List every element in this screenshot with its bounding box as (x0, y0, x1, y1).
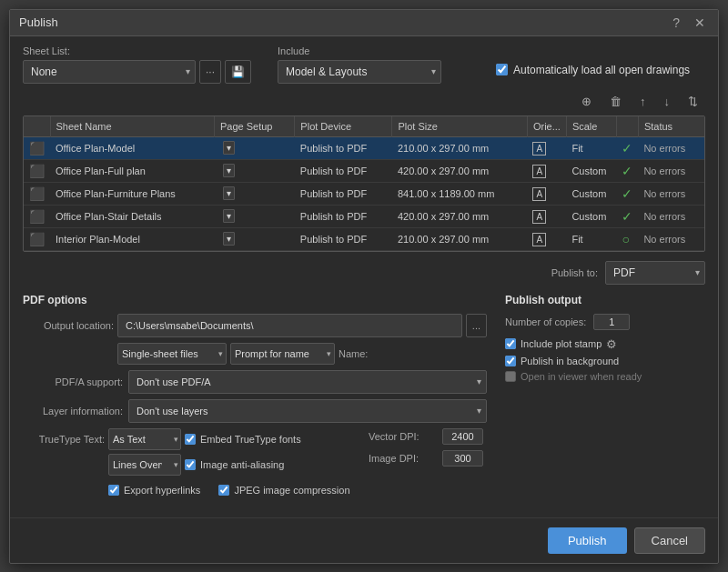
image-antialiasing-option: Image anti-aliasing (185, 459, 284, 470)
add-sheet-button[interactable]: ⊕ (574, 91, 599, 112)
lines-overwrite-dropdown[interactable]: Lines Overwrite Lines Merge (108, 454, 181, 476)
row-status: No errors (638, 182, 704, 205)
include-plot-stamp-label: Include plot stamp (521, 338, 602, 349)
truetype-row: TrueType Text: As Text Capture as Geomet… (23, 428, 487, 481)
publish-background-checkbox[interactable] (505, 356, 516, 366)
embed-truetype-checkbox[interactable] (185, 434, 196, 445)
row-orientation: A (527, 182, 566, 205)
truetype-dropdown-wrapper: As Text Capture as Geometry ▾ (108, 428, 181, 450)
copies-input[interactable] (593, 314, 630, 330)
publish-output-title: Publish output (505, 294, 705, 306)
help-button[interactable]: ? (669, 15, 683, 30)
output-location-row: Output location: ... (23, 314, 487, 337)
move-button[interactable]: ⇅ (681, 91, 705, 112)
table-row[interactable]: ⬛ Office Plan-Stair Details ▾ Publish to… (24, 205, 704, 227)
row-scale: Custom (566, 182, 616, 205)
row-page-setup-dropdown[interactable]: ▾ (223, 141, 235, 155)
open-in-viewer-label: Open in viewer when ready (521, 371, 642, 382)
output-location-input[interactable] (117, 314, 462, 337)
export-hyperlinks-checkbox[interactable] (108, 485, 119, 496)
auto-load-checkbox[interactable] (496, 64, 508, 75)
table-body: ⬛ Office Plan-Model ▾ Publish to PDF 210… (24, 136, 704, 250)
sheet-list-dropdown[interactable]: None (23, 60, 196, 84)
row-page-setup-dropdown[interactable]: ▾ (223, 209, 235, 223)
sheet-list-save-button[interactable]: 💾 (225, 60, 251, 84)
sheet-list-options-button[interactable]: ··· (199, 60, 221, 84)
publish-to-row: Publish to: PDF DWF DWFx Plotter named i… (23, 261, 705, 285)
truetype-dropdown[interactable]: As Text Capture as Geometry (108, 428, 181, 450)
sheet-table: Sheet Name Page Setup Plot Device Plot S… (24, 116, 704, 251)
pdfa-dropdown-wrapper: Don't use PDF/A PDF/A-1b PDF/A-2b ▾ (128, 370, 487, 394)
truetype-label: TrueType Text: (23, 434, 105, 445)
publish-dialog: Publish ? ✕ Sheet List: None ▾ ··· (9, 9, 719, 564)
lines-overwrite-row: Lines Overwrite Lines Merge ▾ Image anti… (23, 454, 359, 476)
row-page-setup: ▾ (214, 205, 294, 227)
include-plot-stamp-checkbox[interactable] (505, 338, 516, 349)
row-scale: Custom (566, 205, 616, 227)
table-row[interactable]: ⬛ Interior Plan-Model ▾ Publish to PDF 2… (24, 227, 704, 250)
publish-to-label: Publish to: (551, 267, 598, 278)
include-plot-stamp-row: Include plot stamp ⚙ (505, 337, 705, 351)
open-in-viewer-row: Open in viewer when ready (505, 371, 705, 382)
layer-info-row: Layer information: Don't use layers Incl… (23, 399, 487, 423)
include-dropdown[interactable]: Model & Layouts Layouts only Model only (278, 60, 441, 84)
dialog-footer: Publish Cancel (10, 517, 718, 563)
table-row[interactable]: ⬛ Office Plan-Model ▾ Publish to PDF 210… (24, 136, 704, 159)
delete-sheet-button[interactable]: 🗑 (602, 91, 629, 112)
vector-dpi-label: Vector DPI: (369, 431, 437, 442)
open-in-viewer-checkbox[interactable] (505, 371, 516, 382)
row-sheet-name: Office Plan-Stair Details (50, 205, 214, 227)
truetype-text-row: TrueType Text: As Text Capture as Geomet… (23, 428, 359, 450)
row-plot-device: Publish to PDF (295, 159, 392, 182)
file-type-dropdown-wrapper: Single-sheet files Multi-sheet file ▾ (117, 343, 227, 365)
row-page-setup-dropdown[interactable]: ▾ (223, 232, 235, 246)
layer-info-label: Layer information: (23, 406, 123, 416)
export-row: Export hyperlinks JPEG image compression (23, 485, 487, 496)
layer-info-dropdown[interactable]: Don't use layers Include layer informati… (128, 399, 487, 423)
table-row[interactable]: ⬛ Office Plan-Full plan ▾ Publish to PDF… (24, 159, 704, 182)
row-orientation: A (527, 159, 566, 182)
pdfa-dropdown[interactable]: Don't use PDF/A PDF/A-1b PDF/A-2b (128, 370, 487, 394)
title-bar-icons: ? ✕ (669, 15, 709, 30)
row-page-setup-dropdown[interactable]: ▾ (223, 186, 235, 200)
image-dpi-row: Image DPI: 300 (369, 450, 487, 467)
publish-to-dropdown[interactable]: PDF DWF DWFx Plotter named in page setup (605, 261, 705, 285)
image-antialiasing-checkbox[interactable] (185, 459, 196, 470)
include-dropdown-wrapper: Model & Layouts Layouts only Model only … (278, 60, 441, 84)
close-button[interactable]: ✕ (691, 15, 709, 30)
image-dpi-value: 300 (442, 450, 483, 467)
row-status-icon: ✓ (616, 136, 638, 159)
row-scale: Fit (566, 227, 616, 250)
file-type-dropdown[interactable]: Single-sheet files Multi-sheet file (117, 343, 227, 365)
row-plot-device: Publish to PDF (295, 136, 392, 159)
row-sheet-name: Office Plan-Furniture Plans (50, 182, 214, 205)
row-status-icon: ○ (616, 227, 638, 250)
sheet-list-label: Sheet List: (23, 45, 259, 56)
move-down-button[interactable]: ↓ (657, 91, 678, 112)
table-row[interactable]: ⬛ Office Plan-Furniture Plans ▾ Publish … (24, 182, 704, 205)
publish-background-row: Publish in background (505, 356, 705, 366)
row-page-setup-dropdown[interactable]: ▾ (223, 164, 235, 177)
sheet-list-row: None ▾ ··· 💾 (23, 60, 259, 84)
publish-button[interactable]: Publish (548, 527, 627, 554)
prompt-dropdown[interactable]: Prompt for name Auto-generate name (230, 343, 335, 365)
row-orientation: A (527, 205, 566, 227)
cancel-button[interactable]: Cancel (634, 527, 705, 554)
row-scale: Custom (566, 159, 616, 182)
jpeg-compression-label: JPEG image compression (234, 485, 349, 496)
title-bar-left: Publish (19, 15, 58, 29)
stamp-settings-icon[interactable]: ⚙ (606, 337, 617, 351)
auto-load-label: Automatically load all open drawings (513, 64, 690, 76)
embed-truetype-label: Embed TrueType fonts (200, 434, 301, 445)
move-up-button[interactable]: ↑ (632, 91, 653, 112)
row-icon: ⬛ (29, 232, 45, 246)
vector-dpi-row: Vector DPI: 2400 (369, 428, 487, 445)
vector-dpi-value: 2400 (442, 428, 483, 445)
col-scale: Scale (566, 116, 616, 137)
output-browse-button[interactable]: ... (466, 314, 487, 337)
row-page-setup: ▾ (214, 227, 294, 250)
auto-load-checkbox-row: Automatically load all open drawings (496, 64, 690, 76)
jpeg-compression-checkbox[interactable] (218, 485, 229, 496)
file-type-row: Single-sheet files Multi-sheet file ▾ Pr… (23, 343, 487, 365)
sheet-table-wrapper: Sheet Name Page Setup Plot Device Plot S… (23, 115, 705, 252)
